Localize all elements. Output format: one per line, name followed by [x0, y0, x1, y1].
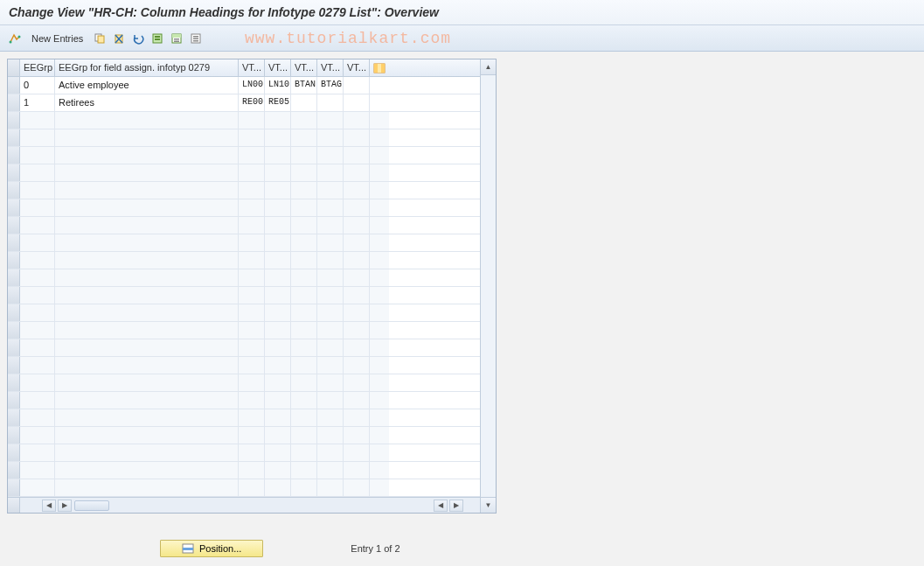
table-row-empty: [8, 357, 480, 374]
row-selector[interactable]: [8, 234, 20, 251]
row-selector[interactable]: [8, 357, 20, 374]
row-selector[interactable]: [8, 462, 20, 479]
svg-rect-19: [374, 64, 378, 73]
svg-rect-17: [193, 40, 198, 42]
table-row-empty: [8, 287, 480, 304]
undo-icon[interactable]: [130, 31, 146, 46]
row-selector[interactable]: [8, 427, 20, 444]
scroll-left-end-button[interactable]: ◀: [434, 500, 448, 512]
svg-rect-16: [193, 38, 198, 39]
select-all-icon[interactable]: [149, 31, 165, 46]
table-row-empty: [8, 129, 480, 147]
col-header-vt4[interactable]: VT...: [317, 59, 344, 76]
horizontal-scrollbar: ◀ ▶ ◀ ▶: [8, 497, 480, 513]
page-title: Change View "HR-CH: Column Headings for …: [0, 0, 924, 25]
col-header-vt5[interactable]: VT...: [344, 59, 370, 76]
row-selector[interactable]: [8, 322, 20, 339]
col-header-desc[interactable]: EEGrp for field assign. infotyp 0279: [55, 59, 239, 76]
row-selector[interactable]: [8, 112, 20, 129]
row-selector[interactable]: [8, 252, 20, 269]
table-row-empty: [8, 112, 480, 129]
grid-body: 0Active employeeLN00LN10BTANBTAG1Retiree…: [8, 77, 480, 497]
col-header-vt3[interactable]: VT...: [291, 59, 317, 76]
row-selector[interactable]: [8, 182, 20, 199]
copy-icon[interactable]: [92, 31, 108, 46]
table-row-empty: [8, 234, 480, 252]
svg-rect-15: [193, 36, 198, 38]
row-selector[interactable]: [8, 94, 20, 111]
table-row-empty: [8, 322, 480, 339]
scroll-up-button[interactable]: ▲: [481, 59, 496, 75]
svg-point-0: [10, 40, 12, 43]
svg-point-1: [18, 35, 21, 38]
svg-rect-11: [172, 34, 181, 38]
row-selector[interactable]: [8, 77, 20, 94]
table-row-empty: [8, 444, 480, 462]
svg-rect-21: [381, 64, 385, 73]
new-entries-button[interactable]: New Entries: [26, 31, 88, 45]
row-selector[interactable]: [8, 374, 20, 391]
col-header-vt2[interactable]: VT...: [265, 59, 291, 76]
table-row-empty: [8, 147, 480, 164]
scroll-down-button[interactable]: ▼: [481, 497, 496, 513]
table-row-empty: [8, 374, 480, 392]
row-selector[interactable]: [8, 444, 20, 461]
row-selector[interactable]: [8, 164, 20, 181]
table-row-empty: [8, 252, 480, 269]
toolbar: New Entries www.tutorialkart.com: [0, 25, 924, 52]
table-row: 0Active employeeLN00LN10BTANBTAG: [8, 77, 480, 94]
table-row: 1RetireesRE00RE05: [8, 94, 480, 112]
scroll-right-end-button[interactable]: ▶: [449, 500, 463, 512]
table-row-empty: [8, 199, 480, 217]
row-selector[interactable]: [8, 287, 20, 304]
table-row-empty: [8, 462, 480, 479]
row-selector[interactable]: [8, 147, 20, 164]
row-selector[interactable]: [8, 217, 20, 234]
row-selector[interactable]: [8, 339, 20, 356]
svg-rect-13: [174, 40, 179, 42]
data-grid: EEGrp EEGrp for field assign. infotyp 02…: [7, 59, 497, 514]
scroll-thumb[interactable]: [74, 500, 109, 511]
table-row-empty: [8, 304, 480, 322]
col-header-vt1[interactable]: VT...: [239, 59, 265, 76]
row-selector[interactable]: [8, 304, 20, 321]
footer: Position... Entry 1 of 2: [7, 540, 917, 557]
table-row-empty: [8, 392, 480, 409]
table-row-empty: [8, 409, 480, 427]
scroll-right-button[interactable]: ▶: [58, 500, 72, 512]
table-row-empty: [8, 427, 480, 444]
grid-header: EEGrp EEGrp for field assign. infotyp 02…: [8, 59, 480, 77]
scroll-left-button[interactable]: ◀: [42, 500, 56, 512]
position-label: Position...: [199, 543, 241, 554]
svg-rect-8: [155, 36, 160, 38]
table-row-empty: [8, 164, 480, 182]
svg-rect-9: [155, 38, 160, 40]
table-row-empty: [8, 269, 480, 287]
row-selector[interactable]: [8, 479, 20, 496]
col-header-eegrp[interactable]: EEGrp: [20, 59, 55, 76]
svg-rect-23: [183, 548, 193, 550]
position-button[interactable]: Position...: [160, 540, 263, 557]
select-block-icon[interactable]: [169, 31, 184, 46]
delete-icon[interactable]: [111, 31, 127, 46]
row-selector[interactable]: [8, 269, 20, 286]
row-selector[interactable]: [8, 129, 20, 146]
row-selector[interactable]: [8, 199, 20, 216]
svg-rect-12: [174, 38, 179, 40]
watermark-text: www.tutorialkart.com: [245, 30, 451, 47]
position-icon: [182, 543, 194, 554]
toggle-icon[interactable]: [7, 31, 23, 46]
content-area: EEGrp EEGrp for field assign. infotyp 02…: [0, 52, 924, 564]
select-all-handle[interactable]: [8, 59, 20, 76]
scroll-track[interactable]: [481, 75, 496, 497]
deselect-all-icon[interactable]: [188, 31, 204, 46]
vertical-scrollbar: ▲ ▼: [480, 59, 496, 513]
row-selector[interactable]: [8, 392, 20, 409]
configure-columns-icon[interactable]: [370, 59, 389, 76]
svg-rect-20: [378, 64, 381, 73]
entry-counter: Entry 1 of 2: [351, 543, 399, 554]
row-selector[interactable]: [8, 409, 20, 426]
table-row-empty: [8, 217, 480, 234]
svg-rect-3: [98, 36, 104, 43]
table-row-empty: [8, 182, 480, 199]
